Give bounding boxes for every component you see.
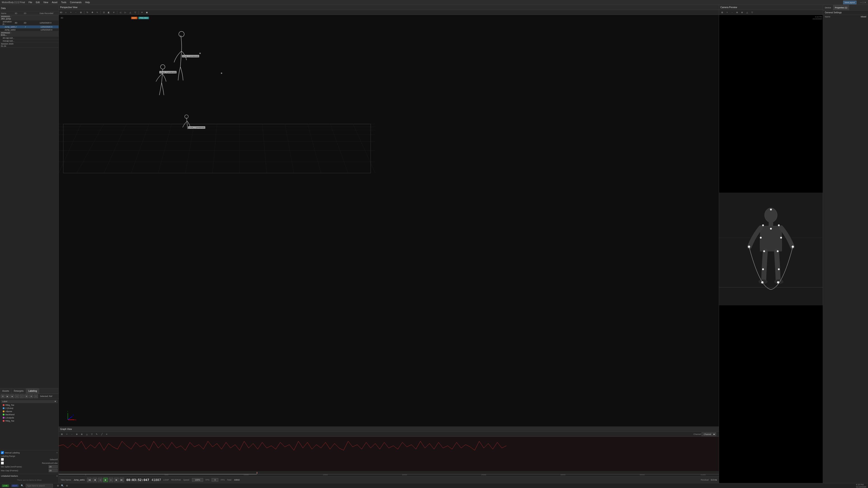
menu-help[interactable]: Help [85,1,90,4]
tab-labeling[interactable]: Labeling [26,388,39,394]
graph-btn-options[interactable]: ≡ [104,432,109,436]
window-controls[interactable]: — □ ✕ [860,1,866,4]
channel-dropdown[interactable]: Channel X Y Z [702,432,716,436]
table-row[interactable]: ek-cap-suit... [0,37,59,39]
cam-btn-5[interactable]: ⊗ [740,10,744,14]
start-button[interactable]: ⊞ [57,484,59,487]
transport-next[interactable]: ▶ [114,478,119,482]
vp-btn-rotate[interactable]: ↻ [85,10,90,14]
prop-tab-device[interactable]: Device [823,5,833,10]
tab-assets[interactable]: Assets [0,388,11,394]
label-item[interactable]: Backhand [1,413,58,416]
svg-point-26 [199,53,201,54]
max-gap-input[interactable] [49,469,58,472]
graph-btn-pencil[interactable]: ✎ [94,432,99,436]
speed-input[interactable] [192,478,203,482]
vp-btn-zoom-in[interactable]: + [69,10,73,14]
vp-btn-light[interactable]: ☀ [140,10,144,14]
graph-btn-1[interactable]: ⊞ [60,432,64,436]
cam-btn-6[interactable]: △ [745,10,749,14]
take-label: Take Name: [61,479,71,481]
label-item[interactable]: 2 (Extra) [1,407,58,410]
prop-tab-properties[interactable]: Properties (1) [833,5,849,10]
timeline-scrubber[interactable]: 0 5000 10000 15000 20000 25000 30000 350… [59,472,719,476]
vp-btn-bg[interactable]: ◼ [145,10,149,14]
graph-btn-3[interactable]: - [70,432,74,436]
tool-btn-5[interactable]: - [20,394,24,398]
menu-tools[interactable]: Tools [61,1,66,4]
table-row-selected[interactable]: Jump_set01 ✓ ✓ 12/02/2020 0 [0,26,59,29]
label-item[interactable]: RBig_Toe [1,419,58,422]
reconstruct-checkbox[interactable] [1,462,4,464]
min-spike-input[interactable] [49,465,58,468]
menu-asset[interactable]: Asset [52,1,57,4]
graph-btn-2[interactable]: + [65,432,69,436]
vp-btn-pan[interactable]: ✥ [90,10,95,14]
select-all-checkbox[interactable] [1,458,4,461]
menu-commands[interactable]: Commands [70,1,82,4]
tool-btn-4[interactable]: + [15,394,19,398]
vp-btn-cam4[interactable]: ▽ [133,10,138,14]
graph-btn-6[interactable]: △ [85,432,89,436]
vp-btn-fit[interactable]: ⊞ [79,10,83,14]
transport-prev-frame[interactable]: ◁ [98,478,102,482]
table-row[interactable]: mocap-suit... [0,39,59,42]
graph-btn-7[interactable]: ▽ [90,432,94,436]
vp-btn-home[interactable]: ⌂ [64,10,68,14]
camera-toolbar: ⊞ + - ⊕ ⊗ △ ▽ [719,10,823,15]
unlabeled-toggle[interactable]: ▾ [57,475,58,477]
cam-btn-1[interactable]: ⊞ [720,10,724,14]
vp-btn-grid[interactable]: # [112,10,116,14]
tool-btn-7[interactable]: ⊗ [29,394,33,398]
table-row[interactable]: Session 2020-01-24 [0,42,59,48]
taskbar-apps[interactable]: ⊞ [66,484,68,487]
vp-btn-zoom-out[interactable]: - [74,10,78,14]
vp-btn-cam2[interactable]: ▷ [123,10,128,14]
vp-btn-wire[interactable]: ⊡ [102,10,106,14]
cam-btn-4[interactable]: ⊕ [735,10,739,14]
transport-play[interactable]: ▶ [103,478,108,482]
cam-btn-7[interactable]: ▽ [750,10,754,14]
vp-btn-solid[interactable]: ◧ [107,10,111,14]
transport-prev[interactable]: ◀ [92,478,97,482]
menu-edit[interactable]: Edit [36,1,39,4]
tool-btn-2[interactable]: ▶ [5,394,9,398]
vp-btn-cam1[interactable]: ◁ [118,10,123,14]
search-input[interactable] [26,484,53,488]
table-row[interactable]: 20200222 - JMJ_jump [0,15,59,20]
table-row[interactable]: 20200222 - EXG... [0,31,59,37]
viewport-3d-canvas[interactable]: 3D EDIT PREVIEW LFoot_1 (unnamed) LFoot_… [59,15,719,427]
graph-btn-5[interactable]: ⊗ [80,432,84,436]
vp-btn-cam3[interactable]: △ [128,10,133,14]
transport-next-frame[interactable]: ▷ [109,478,113,482]
new-layout-button[interactable]: NewLayout [843,1,857,4]
vp-btn-select[interactable]: ↖ [95,10,100,14]
table-row[interactable]: Jump_set02 12/02/2020 0 [0,29,59,31]
transport-to-start[interactable]: |◀ [87,478,92,482]
cam-btn-2[interactable]: + [725,10,730,14]
fps-input[interactable] [212,478,218,482]
label-item[interactable]: RBig_Toe [1,403,58,407]
graph-btn-4[interactable]: ⊕ [74,432,79,436]
tool-btn-6[interactable]: ⊕ [24,394,29,398]
tab-retargets[interactable]: Retargets [11,388,26,394]
transport-to-end[interactable]: ▶| [120,478,124,482]
table-row[interactable]: animation-jo... 3D 2D 12/02/2020 0 [0,20,59,26]
tool-btn-3[interactable]: ■ [10,394,14,398]
tool-btn-8[interactable]: □ [34,394,38,398]
scrubber-head[interactable] [257,472,257,474]
menu-file[interactable]: File [29,1,32,4]
label-item[interactable]: LScapula [1,416,58,419]
scrubber-track [59,474,719,475]
label-item[interactable]: Allpose [1,410,58,413]
taskbar-search[interactable]: 🔍 [61,484,64,487]
graph-btn-line[interactable]: ╱ [99,432,104,436]
graph-content [59,437,719,472]
manual-labeling-checkbox[interactable] [1,451,4,454]
options-icon[interactable]: ▾ [57,452,58,454]
label-group-header[interactable]: Label ▼ [1,400,58,403]
perspective-viewport[interactable]: Perspective View 3D ⌂ + - ⊞ ↻ ✥ ↖ ⊡ ◧ # [59,5,719,427]
cam-btn-3[interactable]: - [730,10,735,14]
tool-btn-1[interactable]: ⊞ [1,394,5,398]
menu-view[interactable]: View [43,1,49,4]
